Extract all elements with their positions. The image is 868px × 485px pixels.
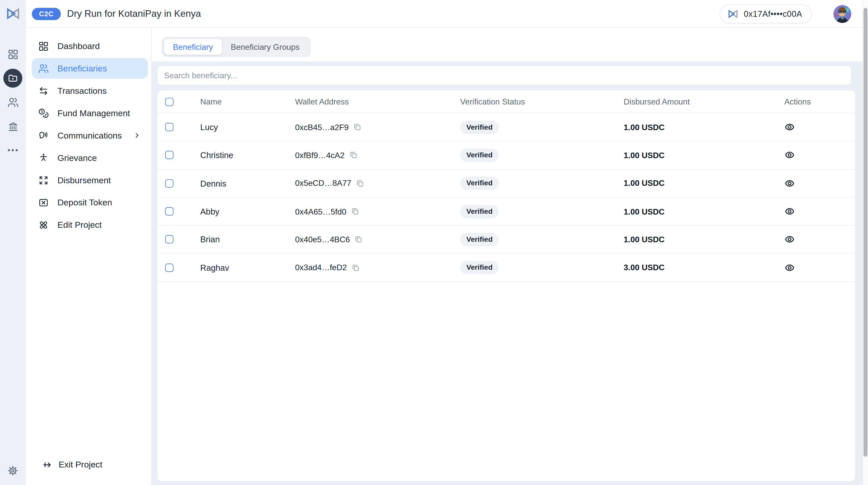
tab-band: Beneficiary Beneficiary Groups <box>152 28 868 61</box>
sidebar-item-transactions[interactable]: Transactions <box>32 80 148 101</box>
transfer-arrows-icon <box>38 85 49 96</box>
copy-icon <box>351 207 359 216</box>
logo-icon <box>5 6 20 21</box>
tab-group: Beneficiary Beneficiary Groups <box>162 37 311 57</box>
row-checkbox[interactable] <box>165 207 174 216</box>
table-row: Dennis 0x5eCD…8A77 Verified 1.00 USDC <box>157 170 855 198</box>
tab-beneficiary[interactable]: Beneficiary <box>164 39 222 55</box>
project-title: Dry Run for KotaniPay in Kenya <box>67 8 201 19</box>
app-window: C2C Dry Run for KotaniPay in Kenya 0x17A… <box>0 0 868 485</box>
copy-address-button[interactable] <box>353 123 361 132</box>
body: C2C Dry Run for KotaniPay in Kenya 0x17A… <box>26 0 868 485</box>
view-details-button[interactable] <box>784 150 796 161</box>
app-logo <box>0 6 26 21</box>
status-badge: Verified <box>460 205 499 218</box>
sidebar-item-label: Grievance <box>57 153 97 163</box>
main-pane: Beneficiary Beneficiary Groups Name Wall… <box>152 28 868 485</box>
row-checkbox[interactable] <box>165 179 174 188</box>
rail-dashboard-button[interactable] <box>3 45 22 64</box>
disbursed-amount: 1.00 USDC <box>624 122 784 132</box>
table-row: Abby 0x4A65…5fd0 Verified 1.00 USDC <box>157 198 855 226</box>
wallet-logo-icon <box>727 8 739 19</box>
edit-tools-icon <box>38 219 49 230</box>
speech-icon <box>38 130 49 141</box>
wallet-address: 0x4A65…5fd0 <box>295 207 346 216</box>
status-badge: Verified <box>460 233 499 246</box>
row-checkbox[interactable] <box>165 151 174 160</box>
settings-button[interactable] <box>0 464 26 477</box>
copy-icon <box>349 151 357 160</box>
wallet-address: 0x3ad4…feD2 <box>295 263 347 272</box>
pane-body: Name Wallet Address Verification Status … <box>152 61 868 485</box>
user-avatar[interactable] <box>834 5 851 23</box>
wallet-address: 0xfBf9…4cA2 <box>295 151 345 160</box>
sidebar-item-fund-management[interactable]: Fund Management <box>32 103 148 123</box>
tab-beneficiary-groups[interactable]: Beneficiary Groups <box>222 39 309 55</box>
view-details-button[interactable] <box>784 262 796 273</box>
sidebar-item-label: Fund Management <box>57 108 130 118</box>
copy-address-button[interactable] <box>349 151 357 160</box>
column-header-amount: Disbursed Amount <box>624 97 784 106</box>
view-details-button[interactable] <box>784 234 796 245</box>
dashboard-grid-icon <box>7 48 19 60</box>
bank-icon <box>7 120 19 132</box>
project-type-badge: C2C <box>32 8 61 20</box>
beneficiary-name: Raghav <box>200 263 295 272</box>
copy-address-button[interactable] <box>354 235 363 244</box>
row-checkbox[interactable] <box>165 263 174 272</box>
wallet-address: 0x5eCD…8A77 <box>295 179 351 188</box>
users-icon <box>7 96 19 108</box>
status-badge: Verified <box>460 148 499 162</box>
sidebar-item-deposit-token[interactable]: Deposit Token <box>32 192 148 213</box>
eye-icon <box>784 122 795 133</box>
table-row: Lucy 0xcB45…a2F9 Verified 1.00 USDC <box>157 113 855 141</box>
view-details-button[interactable] <box>784 206 796 217</box>
vertical-scrollbar <box>862 0 868 485</box>
sidebar-item-dashboard[interactable]: Dashboard <box>32 36 148 56</box>
column-header-actions: Actions <box>784 97 855 106</box>
select-all-checkbox[interactable] <box>165 97 174 106</box>
coins-icon <box>38 108 49 119</box>
beneficiary-name: Christine <box>200 150 295 160</box>
wallet-address-button[interactable]: 0x17Af••••c00A <box>720 4 812 23</box>
copy-icon <box>354 235 363 244</box>
sidebar-item-label: Edit Project <box>57 220 101 230</box>
row-checkbox[interactable] <box>165 123 174 132</box>
copy-address-button[interactable] <box>351 263 360 272</box>
rail-bank-button[interactable] <box>3 117 22 136</box>
eye-icon <box>784 206 795 217</box>
disbursed-amount: 1.00 USDC <box>624 235 784 244</box>
wallet-address-label: 0x17Af••••c00A <box>744 9 802 18</box>
rail-more-button[interactable] <box>3 141 22 160</box>
sidebar-item-grievance[interactable]: Grievance <box>32 147 148 168</box>
rail-users-button[interactable] <box>3 93 22 112</box>
sidebar-item-disbursement[interactable]: Disbursement <box>32 170 148 190</box>
dashboard-icon <box>38 40 49 52</box>
table-row: Christine 0xfBf9…4cA2 Verified 1.00 USDC <box>157 141 855 169</box>
token-box-icon <box>38 197 49 208</box>
view-details-button[interactable] <box>784 122 796 133</box>
disbursed-amount: 3.00 USDC <box>624 263 784 272</box>
projects-folder-icon <box>7 73 19 84</box>
column-header-status: Verification Status <box>460 97 624 106</box>
row-checkbox[interactable] <box>165 235 174 244</box>
view-details-button[interactable] <box>784 178 796 189</box>
beneficiary-name: Dennis <box>200 178 295 188</box>
disbursed-amount: 1.00 USDC <box>624 207 784 216</box>
rail-projects-button[interactable] <box>3 68 22 88</box>
sidebar-item-label: Transactions <box>57 86 107 96</box>
search-input[interactable] <box>157 65 852 85</box>
sidebar-item-communications[interactable]: Communications <box>32 125 148 146</box>
sidebar-item-beneficiaries[interactable]: Beneficiaries <box>32 58 148 79</box>
copy-address-button[interactable] <box>356 179 364 188</box>
exit-project-button[interactable]: Exit Project <box>26 459 152 470</box>
scrollbar-thumb[interactable] <box>863 8 867 457</box>
copy-address-button[interactable] <box>351 207 359 216</box>
avatar-image <box>834 5 851 23</box>
exit-project-label: Exit Project <box>59 460 102 470</box>
sidebar: Dashboard Beneficiaries Transactions <box>26 28 152 485</box>
table-row: Brian 0x40e5…4BC6 Verified 1.00 USDC <box>157 226 855 254</box>
chevron-right-icon <box>133 131 141 140</box>
sidebar-item-edit-project[interactable]: Edit Project <box>32 215 148 235</box>
eye-icon <box>784 234 795 245</box>
